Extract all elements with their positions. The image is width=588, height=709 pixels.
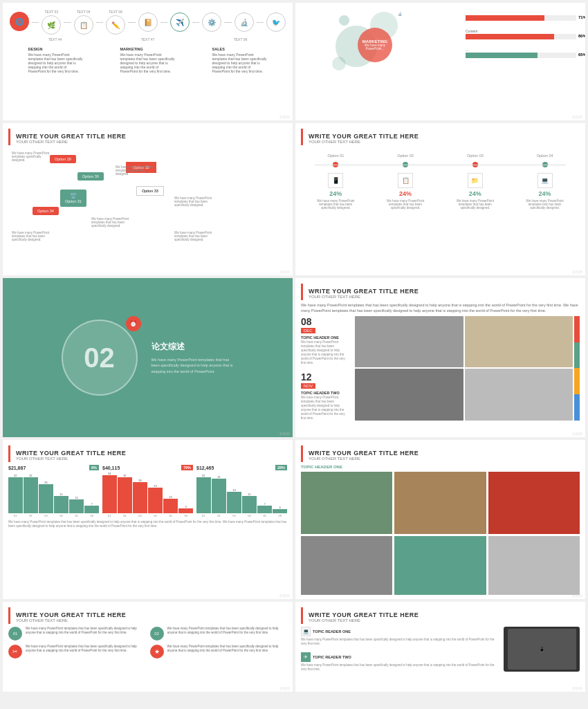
book-icon: 📔 <box>138 12 158 32</box>
img-2 <box>465 316 573 367</box>
microscope-icon: 🔬 <box>235 12 254 32</box>
option-30: Option 30 <box>77 172 104 181</box>
bar-chart-3: 32 01 31 02 19 03 15 <box>196 472 287 517</box>
color-bar <box>574 316 580 420</box>
bar-chart-1: 32 01 32 02 26 03 15 <box>8 472 99 517</box>
dates-column: 08 DEC TOPIC HEADER ONE We have many Pow… <box>301 316 349 420</box>
device-mockup: 📱 <box>504 627 580 672</box>
article-layout: 08 DEC TOPIC HEADER ONE We have many Pow… <box>301 316 580 420</box>
photo-3 <box>488 472 580 534</box>
bird-icon: 🐦 <box>266 12 286 32</box>
timeline-item-4: 💻 24% We have many PowerPoint templates … <box>521 173 569 210</box>
chart-1: $21,887 6% 32 01 32 02 26 <box>8 465 99 517</box>
progress-bars: 71% Content 80% ... <box>466 15 576 62</box>
timeline-content: Option 01 Option 02 Option 03 Option 04 … <box>295 148 585 215</box>
timeline-item-1: 📱 24% We have many PowerPoint templates … <box>311 173 360 210</box>
slide4-header: WRITE YOUR GREAT TITLE HERE YOUR OTHER T… <box>301 129 580 145</box>
slide-article: WRITE YOUR GREAT TITLE HERE YOUR OTHER T… <box>295 278 585 437</box>
slide7-header: WRITE YOUR GREAT TITLE HERE YOUR OTHER T… <box>8 445 287 462</box>
slide3-header: WRITE YOUR GREAT TITLE HERE YOUR OTHER T… <box>8 129 287 145</box>
slide-options-flow: WRITE YOUR GREAT TITLE HERE YOUR OTHER T… <box>3 123 293 275</box>
slide-charts: WRITE YOUR GREAT TITLE HERE YOUR OTHER T… <box>3 440 293 599</box>
option-33: Option 33 <box>136 186 164 196</box>
option-31: 🗑️ Option 31 <box>60 190 86 207</box>
option-29: Option 29 <box>50 155 76 163</box>
option-34: Option 34 <box>33 207 59 215</box>
slide9-header: WRITE YOUR GREAT TITLE HERE YOUR OTHER T… <box>8 607 287 624</box>
photo-2 <box>394 472 486 534</box>
bar-chart-2: 34 01 32 02 28 03 23 <box>102 472 193 517</box>
chapter-icon: ⏰ <box>126 316 141 331</box>
list-item-2: 02 We have many PowerPoint templates tha… <box>150 627 288 641</box>
slide8-header: WRITE YOUR GREAT TITLE HERE YOUR OTHER T… <box>301 445 580 462</box>
timeline-item-3: 📁 24% We have many PowerPoint templates … <box>451 173 499 210</box>
list-items: 01 We have many PowerPoint templates tha… <box>8 627 287 659</box>
pencil-icon: ✏️ <box>106 15 125 35</box>
slide-marketing-bubbles: MARKETING We have many PowerPoint... 🔬 7… <box>295 3 585 120</box>
slide6-header: WRITE YOUR GREAT TITLE HERE YOUR OTHER T… <box>301 284 580 300</box>
bubble-red: MARKETING We have many PowerPoint... <box>358 28 392 62</box>
list-item-1: 01 We have many PowerPoint templates tha… <box>8 627 146 641</box>
date-block-2: 12 NOV TOPIC HEADER TWO We have many Pow… <box>301 371 349 420</box>
article-images <box>355 316 573 420</box>
list-item-3: ✂ We have many PowerPoint templates that… <box>8 645 146 659</box>
chart-2: $40,115 79% 34 01 32 02 28 <box>102 465 193 517</box>
slide-chapter: 02 ⏰ 论文综述 We have many PowerPoint templa… <box>3 278 293 437</box>
photo-1 <box>301 472 392 534</box>
charts-container: $21,887 6% 32 01 32 02 26 <box>8 465 287 517</box>
chart-3: $12,465 28% 32 01 31 02 19 <box>196 465 287 517</box>
device-topics: 💻 TOPIC READER ONE We have many PowerPoi… <box>301 627 498 672</box>
img-4 <box>465 369 573 420</box>
photo-6 <box>488 536 580 595</box>
img-3 <box>355 369 463 420</box>
slide-photo-grid: WRITE YOUR GREAT TITLE HERE YOUR OTHER T… <box>295 440 585 599</box>
photo-5 <box>394 536 486 595</box>
chapter-circle: 02 ⏰ <box>62 320 138 396</box>
timeline-item-2: 📋 24% We have many PowerPoint templates … <box>381 173 430 210</box>
micro-icon: 🔬 <box>398 12 402 16</box>
photo-grid <box>301 472 580 595</box>
slide10-header: WRITE YOUR GREAT TITLE HERE YOUR OTHER T… <box>301 607 580 624</box>
bubble-tiny <box>339 15 349 26</box>
slide-list: WRITE YOUR GREAT TITLE HERE YOUR OTHER T… <box>3 602 293 692</box>
device-layout: 💻 TOPIC READER ONE We have many PowerPoi… <box>301 627 580 672</box>
chapter-text: 论文综述 We have many PowerPoint templates t… <box>151 341 235 374</box>
globe-icon: 🌐 <box>10 12 29 31</box>
slide-icons: 🌐 TEXT 02 🌿 TEXT 04 📋 TEXT 06 ✏️ <box>3 3 293 120</box>
photo-4 <box>301 536 392 595</box>
slide-timeline: WRITE YOUR GREAT TITLE HERE YOUR OTHER T… <box>295 123 585 275</box>
gear-icon: ⚙️ <box>202 12 221 32</box>
list-item-4: ★ We have many PowerPoint templates that… <box>150 645 288 659</box>
clipboard-icon: 📋 <box>74 15 93 35</box>
plane-icon: ✈️ <box>170 12 190 32</box>
flow-diagram: Option 29 Option 30 🗑️ Option 31 Option … <box>8 148 287 259</box>
date-block-1: 08 DEC TOPIC HEADER ONE We have many Pow… <box>301 316 349 365</box>
img-1 <box>355 316 463 367</box>
leaf-icon: 🌿 <box>42 15 61 35</box>
bubble-small <box>332 57 346 71</box>
slide-device: WRITE YOUR GREAT TITLE HERE YOUR OTHER T… <box>295 602 585 692</box>
